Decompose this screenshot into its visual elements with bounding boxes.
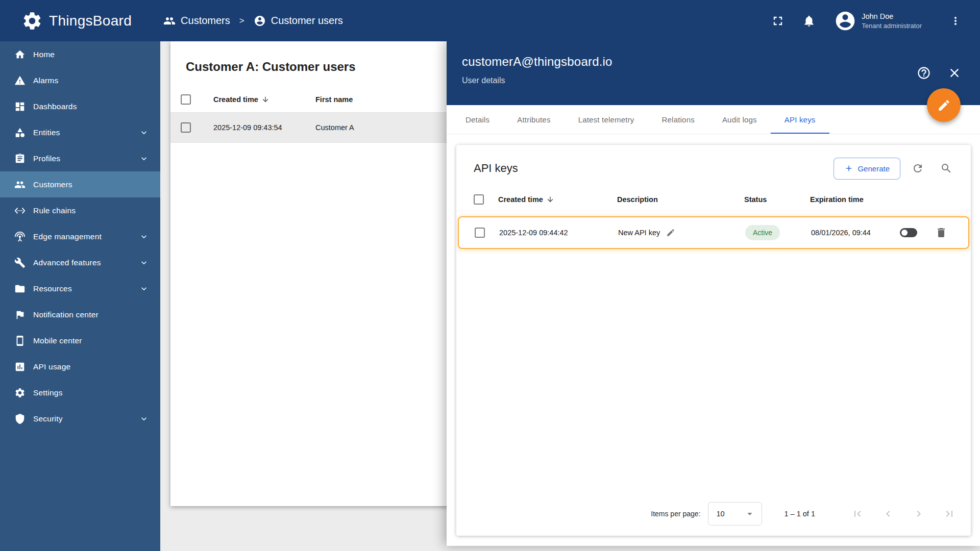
sidebar-item-mobile-center[interactable]: Mobile center xyxy=(0,328,160,354)
row-checkbox[interactable] xyxy=(475,228,485,238)
sidebar-item-label: Security xyxy=(33,414,63,423)
person-icon xyxy=(254,15,266,27)
sidebar-item-label: Advanced features xyxy=(33,258,101,267)
status-badge: Active xyxy=(745,225,780,240)
select-all-checkbox[interactable] xyxy=(474,194,484,205)
app-logo[interactable]: ThingsBoard xyxy=(21,10,132,32)
customers-icon xyxy=(163,15,176,27)
edit-description-pencil-icon[interactable] xyxy=(666,228,675,237)
sidebar-item-profiles[interactable]: Profiles xyxy=(0,145,160,171)
items-per-page-value: 10 xyxy=(717,510,725,518)
sidebar-item-label: Edge management xyxy=(33,232,102,241)
api-key-enabled-toggle[interactable] xyxy=(900,228,917,237)
breadcrumb-label: Customer users xyxy=(271,15,343,27)
breadcrumb-customer-users[interactable]: Customer users xyxy=(254,15,343,27)
tab-relations[interactable]: Relations xyxy=(648,105,708,134)
paginator: Items per page: 10 1 – 1 of 1 xyxy=(456,495,971,536)
sidebar-item-label: Profiles xyxy=(33,154,60,163)
sidebar-item-notification-center[interactable]: Notification center xyxy=(0,302,160,328)
sidebar-item-security[interactable]: Security xyxy=(0,406,160,432)
pencil-icon xyxy=(937,98,951,112)
dashboards-icon xyxy=(14,101,26,112)
created-time-cell: 2025-12-09 09:43:54 xyxy=(213,123,315,132)
api-keys-table-header: Created time Description Status Expirati… xyxy=(456,188,971,211)
column-description[interactable]: Description xyxy=(614,195,741,204)
sidebar-item-settings[interactable]: Settings xyxy=(0,380,160,406)
row-checkbox[interactable] xyxy=(181,122,191,133)
user-role: Tenant administrator xyxy=(862,21,922,30)
tab-attributes[interactable]: Attributes xyxy=(503,105,564,134)
sidebar: Home Alarms Dashboards Entities Profiles… xyxy=(0,41,160,551)
sidebar-item-api-usage[interactable]: API usage xyxy=(0,354,160,380)
refresh-button[interactable] xyxy=(906,157,929,180)
close-icon[interactable] xyxy=(947,66,962,80)
search-button[interactable] xyxy=(935,157,958,180)
edit-fab-button[interactable] xyxy=(927,88,961,122)
home-icon xyxy=(14,49,26,60)
generate-button[interactable]: Generate xyxy=(834,158,900,180)
chevron-down-icon xyxy=(139,258,149,268)
mobile-center-icon xyxy=(14,335,26,346)
column-status[interactable]: Status xyxy=(741,195,807,204)
security-icon xyxy=(14,413,26,424)
sidebar-item-dashboards[interactable]: Dashboards xyxy=(0,93,160,119)
api-key-row[interactable]: 2025-12-09 09:44:42 New API key Active 0… xyxy=(458,216,969,249)
breadcrumb-customers[interactable]: Customers xyxy=(163,15,230,27)
column-expiration-time[interactable]: Expiration time xyxy=(807,195,893,204)
user-avatar[interactable] xyxy=(834,10,856,32)
sidebar-item-advanced-features[interactable]: Advanced features xyxy=(0,249,160,276)
created-time-cell: 2025-12-09 09:44:42 xyxy=(496,229,615,237)
tab-audit-logs[interactable]: Audit logs xyxy=(708,105,771,134)
sidebar-item-label: Resources xyxy=(33,284,72,293)
user-details-title: customerA@thingsboard.io xyxy=(462,55,965,69)
kebab-menu-icon[interactable] xyxy=(949,15,962,27)
sidebar-item-rule-chains[interactable]: Rule chains xyxy=(0,197,160,223)
delete-trash-icon[interactable] xyxy=(935,227,947,239)
chevron-left-icon xyxy=(882,508,894,520)
sort-arrow-down-icon xyxy=(261,95,270,104)
breadcrumb: Customers > Customer users xyxy=(163,15,343,27)
api-keys-panel-body: API keys Generate Crea xyxy=(447,134,980,546)
sidebar-item-label: Home xyxy=(33,50,55,59)
select-all-checkbox[interactable] xyxy=(181,94,191,105)
sort-arrow-down-icon xyxy=(546,195,554,204)
pagination-last-button[interactable] xyxy=(939,503,960,524)
items-per-page-label: Items per page: xyxy=(651,510,700,518)
sidebar-item-edge-management[interactable]: Edge management xyxy=(0,223,160,249)
chevron-down-icon xyxy=(139,154,149,164)
items-per-page-select[interactable]: 10 xyxy=(708,502,762,525)
column-created-time[interactable]: Created time xyxy=(495,195,614,204)
pagination-range: 1 – 1 of 1 xyxy=(785,510,815,518)
fullscreen-icon[interactable] xyxy=(771,14,785,28)
sidebar-item-resources[interactable]: Resources xyxy=(0,276,160,302)
pagination-next-button[interactable] xyxy=(908,503,929,524)
settings-icon xyxy=(14,387,26,398)
user-name: John Doe xyxy=(862,12,922,21)
api-usage-icon xyxy=(14,361,26,372)
caret-down-icon xyxy=(744,508,755,519)
column-created-time[interactable]: Created time xyxy=(213,95,315,104)
tab-latest-telemetry[interactable]: Latest telemetry xyxy=(565,105,648,134)
thingsboard-logo-icon xyxy=(21,10,43,32)
sidebar-item-customers[interactable]: Customers xyxy=(0,171,160,197)
chevron-down-icon xyxy=(139,128,149,138)
pagination-first-button[interactable] xyxy=(847,503,868,524)
api-keys-title: API keys xyxy=(474,162,518,175)
chevron-right-icon xyxy=(913,508,925,520)
sidebar-item-label: Settings xyxy=(33,388,63,397)
sidebar-item-home[interactable]: Home xyxy=(0,41,160,67)
expiration-time-cell: 08/01/2026, 09:44 xyxy=(808,229,892,237)
chevron-down-icon xyxy=(139,232,149,242)
last-page-icon xyxy=(943,508,955,520)
notifications-bell-icon[interactable] xyxy=(802,14,816,28)
column-label: Created time xyxy=(213,95,258,104)
sidebar-item-alarms[interactable]: Alarms xyxy=(0,67,160,93)
user-details-panel: customerA@thingsboard.io User details De… xyxy=(447,41,980,546)
pagination-prev-button[interactable] xyxy=(877,503,899,524)
help-icon[interactable] xyxy=(917,66,931,80)
tab-api-keys[interactable]: API keys xyxy=(771,105,829,134)
sidebar-item-entities[interactable]: Entities xyxy=(0,119,160,145)
user-info: John Doe Tenant administrator xyxy=(862,12,922,30)
sidebar-item-label: Notification center xyxy=(33,310,99,319)
tab-details[interactable]: Details xyxy=(452,105,503,134)
